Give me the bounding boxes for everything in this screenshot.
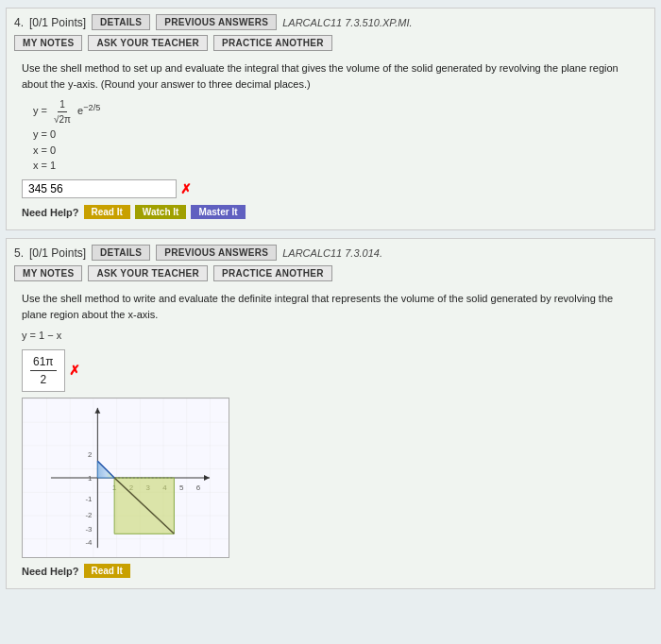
ask-teacher-button-5[interactable]: ASK YOUR TEACHER [88,265,208,281]
need-help-row-4: Need Help? Read It Watch It Master It [22,205,639,221]
larcalc-label-4: LARCALC11 7.3.510.XP.MI. [282,17,412,28]
problem-4-body: Use the shell method to set up and evalu… [14,57,647,224]
answer-row-4: ✗ [22,179,639,199]
need-help-label-5: Need Help? [22,564,79,580]
read-it-button-5[interactable]: Read It [84,564,130,578]
practice-another-button-5[interactable]: PRACTICE ANOTHER [213,265,332,281]
formula-x0-line: x = 0 [33,143,639,159]
need-help-row-5: Need Help? Read It [22,564,639,580]
problem-4-section: 4. [0/1 Points] DETAILS PREVIOUS ANSWERS… [6,8,655,230]
formula-block-4: y = 1 √2π e−2/5 y = 0 x = 0 x = 1 [22,97,639,174]
answer-row-5: 61π 2 ✗ [22,349,639,392]
y-tick-n4: -4 [85,538,93,547]
details-button-5[interactable]: DETAILS [92,245,150,261]
x-tick-6: 6 [196,483,201,491]
master-it-button-4[interactable]: Master It [191,205,245,219]
y-tick-n1: -1 [85,494,92,502]
answer-denom-5: 2 [37,371,49,388]
prev-answers-button-4[interactable]: PREVIOUS ANSWERS [156,14,277,30]
problem-5-body: Use the shell method to write and evalua… [14,287,647,583]
ask-teacher-button-4[interactable]: ASK YOUR TEACHER [88,35,208,51]
mynotes-row-5: MY NOTES ASK YOUR TEACHER PRACTICE ANOTH… [14,265,647,281]
details-button-4[interactable]: DETAILS [92,14,150,30]
fraction-1: 1 √2π [52,97,73,127]
need-help-label-4: Need Help? [22,205,79,221]
answer-numer-5: 61π [30,353,57,371]
problem-5-number: 5. [14,246,24,260]
y-tick-n2: -2 [85,511,92,519]
answer-display-5: 61π 2 [22,349,65,392]
practice-another-button-4[interactable]: PRACTICE ANOTHER [213,35,332,51]
answer-fraction-5: 61π 2 [30,353,57,388]
problem-5-description: Use the shell method to write and evalua… [22,291,639,322]
x-tick-5: 5 [179,483,184,491]
wrong-mark-4: ✗ [180,179,192,199]
mynotes-row-4: MY NOTES ASK YOUR TEACHER PRACTICE ANOTH… [14,35,647,51]
problem-4-header: 4. [0/1 Points] DETAILS PREVIOUS ANSWERS… [14,14,647,30]
watch-it-button-4[interactable]: Watch It [135,205,187,219]
larcalc-label-5: LARCALC11 7.3.014. [282,247,382,259]
graph-area-5: 1 2 3 4 5 6 2 1 -1 -2 -3 -4 [22,398,229,558]
read-it-button-4[interactable]: Read It [84,205,130,219]
formula-y0-line: y = 0 [33,127,639,143]
problem-4-description: Use the shell method to set up and evalu… [22,60,639,92]
problem-5-section: 5. [0/1 Points] DETAILS PREVIOUS ANSWERS… [6,238,655,589]
formula-block-5: y = 1 − x [22,328,639,344]
problem-5-header: 5. [0/1 Points] DETAILS PREVIOUS ANSWERS… [14,245,647,261]
mynotes-button-5[interactable]: MY NOTES [14,265,82,281]
formula-5-line: y = 1 − x [22,330,61,341]
y-tick-2: 2 [88,450,92,459]
problem-4-points: [0/1 Points] [29,16,86,29]
prev-answers-button-5[interactable]: PREVIOUS ANSWERS [156,245,277,261]
y-tick-1: 1 [88,473,92,482]
answer-input-4[interactable] [22,179,177,198]
wrong-mark-5: ✗ [69,361,80,381]
formula-x1-line: x = 1 [33,158,639,174]
graph-svg-5: 1 2 3 4 5 6 2 1 -1 -2 -3 -4 [23,398,229,557]
mynotes-button-4[interactable]: MY NOTES [14,35,82,51]
problem-5-points: [0/1 Points] [29,246,86,260]
problem-4-number: 4. [14,16,24,29]
y-tick-n3: -3 [85,525,93,534]
formula-y-line: y = 1 √2π e−2/5 [33,97,639,127]
